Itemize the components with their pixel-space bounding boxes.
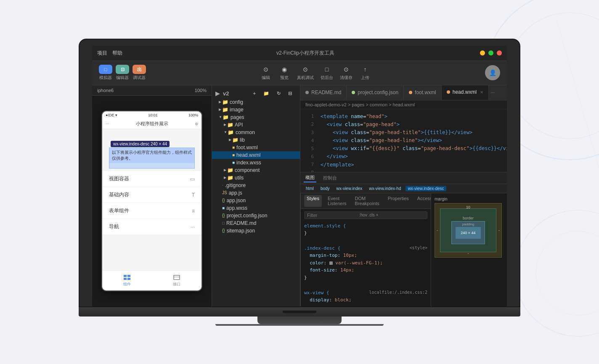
folder-lib[interactable]: ▶ 📁 lib xyxy=(212,136,300,144)
styles-filter-input[interactable] xyxy=(307,213,358,218)
code-content-5: <view wx:if="{{desc}}" class="page-head-… xyxy=(321,145,507,153)
comp-label-view: 视图容器 xyxy=(109,175,129,182)
elem-tab-wxview-hd[interactable]: wx-view.index-hd xyxy=(367,186,403,191)
editor-area: README.md project.config.json foot.wxml xyxy=(300,85,507,306)
folder-utils[interactable]: ▶ 📁 utils xyxy=(212,174,300,182)
component-folder-icon: 📁 xyxy=(227,167,233,173)
tab-readme[interactable]: README.md xyxy=(300,85,347,100)
folder-config[interactable]: ▶ 📁 config xyxy=(212,98,300,106)
simulator-button[interactable]: □ 模拟器 xyxy=(99,65,112,81)
action-upload[interactable]: ↑ 上传 xyxy=(359,65,371,81)
elem-tab-wxview-desc[interactable]: wx-view.index-desc xyxy=(406,186,446,191)
lib-folder-icon: 📁 xyxy=(232,137,238,143)
folder-common-label: common xyxy=(236,129,255,135)
panel-tab-overview[interactable]: 概图 xyxy=(304,174,316,182)
tab-project-config[interactable]: project.config.json xyxy=(347,85,404,100)
comp-icon-nav: ··· xyxy=(191,224,195,230)
debugger-icon: 出 xyxy=(133,65,146,74)
elem-tab-body[interactable]: body xyxy=(318,186,332,191)
folder-pages[interactable]: ▼ 📁 pages xyxy=(212,113,300,121)
panel-tab-console[interactable]: 控制台 xyxy=(321,174,339,182)
background-icon: □ xyxy=(321,65,333,74)
comp-item-form[interactable]: 表单组件 ≡ xyxy=(102,203,201,219)
head-tab-close[interactable]: ✕ xyxy=(480,90,483,95)
tab-head-wxml[interactable]: head.wxml ✕ xyxy=(442,85,489,100)
gitignore-icon: · xyxy=(222,183,223,187)
collapse-icon[interactable]: ⊟ xyxy=(287,90,293,97)
action-edit[interactable]: ⊙ 编辑 xyxy=(260,65,272,81)
tab-foot-wxml[interactable]: foot.wxml xyxy=(404,85,442,100)
file-sidebar: ▶ v2 + 📁 ↻ ⊟ ▶ 📁 conf xyxy=(212,85,300,306)
folder-common[interactable]: ▼ 📁 common xyxy=(212,129,300,136)
code-line-3: 3 <view class="page-head-title">{{title}… xyxy=(300,129,507,137)
nav-components[interactable]: 组件 xyxy=(102,271,152,290)
dom-breakpoints-tab[interactable]: DOM Breakpoints xyxy=(353,195,382,207)
file-app-wxss[interactable]: ■ app.wxss xyxy=(212,204,300,212)
folder-pages-label: pages xyxy=(231,114,244,120)
action-clear-cache[interactable]: ⊙ 清缓存 xyxy=(340,65,353,81)
file-index-wxss[interactable]: ■ index.wxss xyxy=(212,159,300,166)
project-config-icon: {} xyxy=(222,213,225,218)
code-editor[interactable]: 1 <template name="head"> 2 <view class="… xyxy=(300,109,507,172)
comp-item-nav[interactable]: 导航 ··· xyxy=(102,219,201,235)
accessibility-tab[interactable]: Accessibility xyxy=(415,195,431,207)
min-button[interactable] xyxy=(480,50,485,55)
styles-tab[interactable]: Styles xyxy=(304,195,322,207)
file-sitemap[interactable]: {} sitemap.json xyxy=(212,227,300,235)
max-button[interactable] xyxy=(488,50,493,55)
file-readme[interactable]: □ README.md xyxy=(212,219,300,227)
line-num-2: 2 xyxy=(304,121,314,128)
file-app-js[interactable]: JS app.js xyxy=(212,189,300,197)
menu-item-help[interactable]: 帮助 xyxy=(112,50,122,57)
svg-rect-7 xyxy=(124,278,127,280)
file-foot-wxml[interactable]: ■ foot.wxml xyxy=(212,144,300,151)
user-avatar[interactable]: 👤 xyxy=(485,65,500,80)
color-swatch xyxy=(329,261,333,265)
new-folder-icon[interactable]: 📁 xyxy=(262,90,270,97)
properties-tab[interactable]: Properties xyxy=(385,195,411,207)
action-preview[interactable]: ◉ 预览 xyxy=(278,65,290,81)
svg-point-2 xyxy=(515,210,599,336)
code-content-1: <template name="head"> xyxy=(321,113,387,121)
laptop-foot xyxy=(215,324,384,326)
box-model-label: margin xyxy=(435,197,504,201)
file-app-json[interactable]: {} app.json xyxy=(212,197,300,204)
elem-tab-html[interactable]: html xyxy=(304,186,316,191)
elem-tab-wxview-index[interactable]: wx-view.index xyxy=(334,186,365,191)
title-bar: 项目 帮助 v2-FinClip小程序开发工具 xyxy=(92,46,507,61)
file-project-config[interactable]: {} project.config.json xyxy=(212,212,300,219)
comp-item-view-container[interactable]: 视图容器 ▭ xyxy=(102,171,201,187)
menu-bar: 项目 帮助 xyxy=(97,50,122,57)
app-title: 小程序组件展示 xyxy=(136,121,168,127)
svg-point-1 xyxy=(506,13,599,139)
app-wxss-label: app.wxss xyxy=(226,205,247,211)
folder-component[interactable]: ▶ 📁 component xyxy=(212,166,300,174)
line-num-7: 7 xyxy=(304,161,314,169)
folder-image[interactable]: ▶ 📁 image xyxy=(212,106,300,113)
folder-lib-label: lib xyxy=(240,137,245,143)
refresh-icon[interactable]: ↻ xyxy=(276,90,282,97)
close-button[interactable] xyxy=(497,50,502,55)
file-gitignore[interactable]: · .gitignore xyxy=(212,182,300,189)
tab-more-button[interactable]: ··· xyxy=(490,90,495,95)
new-file-icon[interactable]: + xyxy=(252,90,257,97)
action-background[interactable]: □ 切后台 xyxy=(321,65,333,81)
laptop-stand xyxy=(257,317,342,324)
file-head-wxml[interactable]: ■ head.wxml xyxy=(212,151,300,159)
comp-item-basic[interactable]: 基础内容 T xyxy=(102,187,201,203)
bottom-panel: 概图 控制台 html body wx-view.index wx-view.i… xyxy=(300,172,507,306)
debugger-button[interactable]: 出 调试器 xyxy=(133,65,146,81)
action-real-debug[interactable]: ⊙ 真机调试 xyxy=(297,65,314,81)
event-listeners-tab[interactable]: Event Listeners xyxy=(325,195,349,207)
menu-item-project[interactable]: 项目 xyxy=(97,50,107,57)
line-num-3: 3 xyxy=(304,129,314,137)
styles-panel-section: Styles Event Listeners DOM Breakpoints P… xyxy=(301,193,431,306)
editor-icon: ⊡ xyxy=(116,65,129,74)
style-rule-wx-view: wx-view { localfile:/.index.css:2 displa… xyxy=(304,289,427,304)
svg-line-4 xyxy=(557,21,599,168)
editor-button[interactable]: ⊡ 编辑器 xyxy=(116,65,129,81)
laptop-base xyxy=(79,307,520,317)
phone-frame: ●IDE ▾ 10:01 100% ··· 小程序组件展示 ⊕ xyxy=(101,111,202,291)
nav-interface[interactable]: 接口 xyxy=(152,271,201,290)
folder-api[interactable]: ▶ 📁 API xyxy=(212,121,300,129)
